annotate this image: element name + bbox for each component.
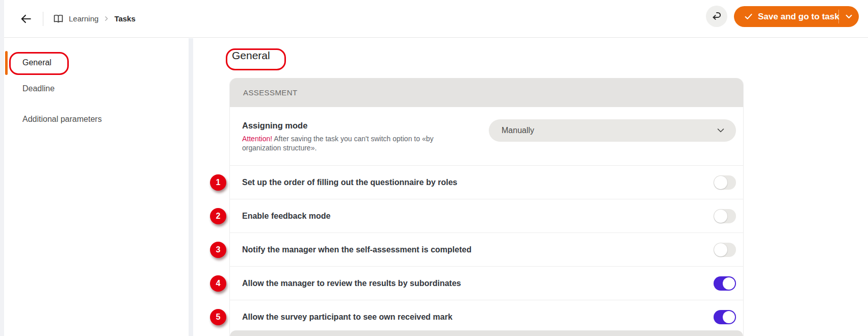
setting-row-label: Set up the order of filling out the ques…: [242, 178, 457, 187]
save-button-dropdown[interactable]: [838, 10, 859, 23]
open-book-icon: [52, 13, 64, 24]
breadcrumb-item-tasks: Tasks: [114, 14, 135, 23]
toggle-knob: [714, 243, 727, 256]
assigning-mode-row: Assigning mode Attention! After saving t…: [230, 107, 743, 165]
toggle-switch[interactable]: [714, 310, 736, 324]
setting-row-1: 1Set up the order of filling out the que…: [230, 165, 743, 199]
topbar-divider: [43, 12, 43, 26]
toggle-switch[interactable]: [714, 243, 736, 257]
save-button-label: Save and go to task: [758, 12, 839, 22]
sidebar-content-divider: [189, 38, 193, 336]
chevron-down-icon: [845, 12, 853, 21]
main-content: General ASSESSMENT Assigning mode Attent…: [193, 38, 868, 336]
undo-arrow-icon: [711, 11, 723, 22]
sidebar-item-label: Additional parameters: [22, 115, 102, 123]
setting-row-3: 3Notify the manager when the self-assess…: [230, 232, 743, 266]
toggle-knob: [723, 277, 735, 290]
toggle-switch[interactable]: [714, 209, 736, 223]
setting-row-label: Notify the manager when the self-assessm…: [242, 245, 471, 254]
save-and-go-to-task-button[interactable]: Save and go to task: [734, 6, 859, 27]
annotation-number-badge: 4: [210, 275, 226, 292]
toggle-switch[interactable]: [714, 175, 736, 190]
toggle-knob: [714, 176, 727, 189]
annotation-number-badge: 5: [210, 309, 226, 325]
sidebar-item-deadline[interactable]: Deadline: [22, 84, 55, 94]
setting-row-5: 5Allow the survey participant to see own…: [230, 300, 743, 333]
warning-prefix: Attention!: [242, 135, 272, 143]
assigning-mode-warning: Attention! After saving the task you can…: [242, 134, 461, 152]
annotation-number-badge: 3: [210, 242, 226, 258]
chevron-right-icon: [103, 15, 110, 22]
back-button[interactable]: [19, 12, 33, 25]
setting-row-4: 4Allow the manager to review the results…: [230, 266, 743, 300]
arrow-left-icon: [19, 12, 33, 25]
top-bar: Learning Tasks Save and go: [4, 0, 868, 38]
chevron-down-icon: [716, 125, 726, 136]
sidebar: GeneralDeadlineAdditional parameters: [4, 38, 189, 336]
checkmark-icon: [744, 12, 753, 21]
assigning-mode-select-value: Manually: [502, 126, 534, 135]
setting-row-label: Allow the survey participant to see own …: [242, 313, 453, 322]
sidebar-item-additional-parameters[interactable]: Additional parameters: [22, 114, 102, 124]
sidebar-item-label: Deadline: [22, 84, 55, 93]
assigning-mode-select[interactable]: Manually: [489, 119, 736, 142]
sidebar-active-indicator: [5, 51, 8, 75]
annotation-number-badge: 1: [210, 174, 226, 191]
sidebar-item-general[interactable]: General: [22, 58, 51, 68]
app-screen: Learning Tasks Save and go: [0, 0, 868, 336]
sidebar-item-label: General: [22, 58, 51, 67]
breadcrumb: Learning Tasks: [52, 13, 136, 24]
setting-row-label: Allow the manager to review the results …: [242, 279, 461, 288]
left-edge-strip: [0, 0, 4, 336]
setting-row-2: 2Enable feedback mode: [230, 199, 743, 232]
setting-row-label: Enable feedback mode: [242, 212, 330, 221]
assessment-card: ASSESSMENT Assigning mode Attention! Aft…: [229, 78, 744, 336]
toggle-switch[interactable]: [714, 276, 736, 291]
undo-button[interactable]: [706, 6, 727, 27]
breadcrumb-item-learning[interactable]: Learning: [69, 14, 98, 23]
annotation-number-badge: 2: [210, 208, 226, 224]
section-header-assessment: ASSESSMENT: [230, 78, 743, 107]
toggle-knob: [714, 210, 727, 223]
toggle-knob: [723, 311, 735, 323]
page-title: General: [232, 49, 270, 62]
